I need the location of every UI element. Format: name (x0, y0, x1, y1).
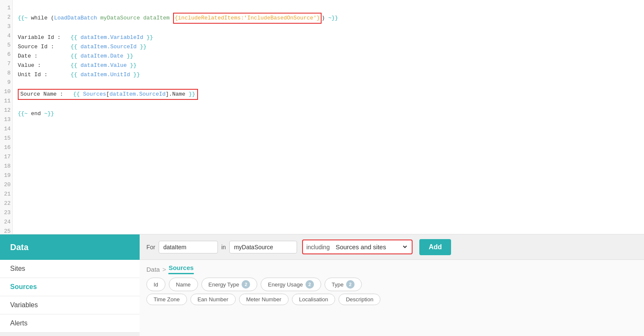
breadcrumb: Data > Sources (140, 260, 644, 274)
in-label: in (221, 244, 226, 251)
col-energy-type-label: Energy Type (209, 281, 239, 288)
sidebar: Data Sites Sources Variables Alerts (0, 234, 140, 336)
table-header-row1: Id Name Energy Type 2 Energy Usage 2 Typ… (146, 278, 637, 291)
breadcrumb-current: Sources (168, 264, 193, 274)
col-type-badge: 2 (346, 280, 355, 289)
col-type-label: Type (332, 281, 344, 288)
col-energy-usage-label: Energy Usage (268, 281, 303, 288)
table-area: Id Name Energy Type 2 Energy Usage 2 Typ… (140, 274, 644, 336)
col-energy-usage: Energy Usage 2 (261, 278, 321, 291)
including-label: including (306, 244, 330, 251)
breadcrumb-data: Data (146, 266, 160, 273)
sidebar-header: Data (0, 234, 140, 260)
main-content: For in including Sources and sites Sourc… (140, 234, 644, 336)
col-name-label: Name (176, 281, 191, 288)
bottom-panel: Data Sites Sources Variables Alerts For … (0, 234, 644, 336)
table-header-row2: Time Zone Ean Number Meter Number Locali… (146, 294, 637, 305)
col-type: Type 2 (325, 278, 362, 291)
including-dropdown[interactable]: Sources and sites Sources only Sites onl… (332, 242, 408, 252)
col-energy-usage-badge: 2 (305, 280, 314, 289)
col-description: Description (339, 294, 380, 305)
sidebar-item-label: Variables (10, 301, 38, 308)
line-numbers: 1 2 3 4 5 6 7 8 9 10 11 12 13 14 15 16 1… (0, 0, 13, 234)
sidebar-item-sites[interactable]: Sites (0, 260, 140, 278)
sidebar-item-variables[interactable]: Variables (0, 296, 140, 314)
col-name: Name (169, 278, 198, 291)
sidebar-item-alerts[interactable]: Alerts (0, 314, 140, 333)
col-id: Id (146, 278, 165, 291)
sidebar-item-label: Alerts (10, 319, 28, 327)
sidebar-title: Data (10, 242, 28, 252)
col-energy-type: Energy Type 2 (201, 278, 258, 291)
col-meter: Meter Number (239, 294, 289, 305)
sidebar-item-label: Sites (10, 265, 25, 272)
code-editor: 1 2 3 4 5 6 7 8 9 10 11 12 13 14 15 16 1… (0, 0, 644, 234)
col-localisation: Localisation (292, 294, 336, 305)
col-energy-type-badge: 2 (242, 280, 250, 289)
including-dropdown-wrapper: including Sources and sites Sources only… (302, 240, 413, 254)
breadcrumb-separator: > (162, 266, 166, 273)
sidebar-item-sources[interactable]: Sources (0, 278, 140, 296)
sidebar-item-label: Sources (10, 283, 37, 290)
for-input[interactable] (159, 241, 218, 253)
col-timezone: Time Zone (146, 294, 187, 305)
add-button[interactable]: Add (419, 239, 451, 255)
for-label: For (146, 244, 155, 251)
toolbar-row: For in including Sources and sites Sourc… (140, 234, 644, 260)
code-content[interactable]: {{~ while (LoadDataBatch myDataSource da… (13, 0, 644, 234)
col-id-label: Id (154, 281, 158, 288)
col-ean: Ean Number (190, 294, 236, 305)
in-input[interactable] (229, 241, 297, 253)
